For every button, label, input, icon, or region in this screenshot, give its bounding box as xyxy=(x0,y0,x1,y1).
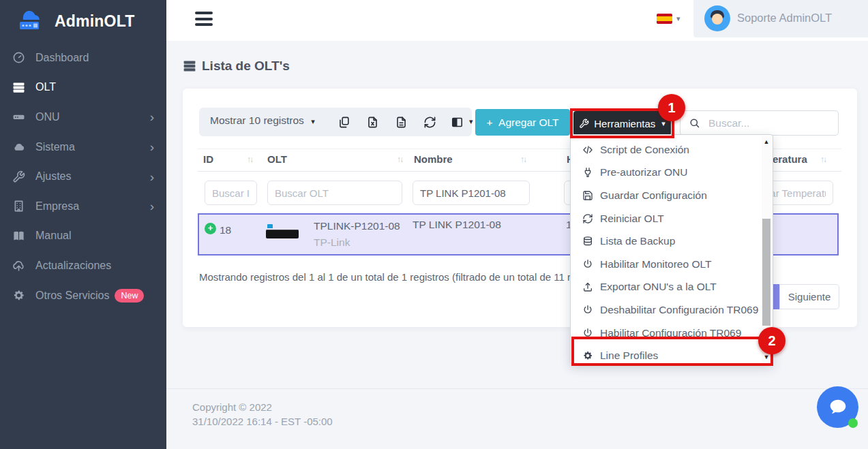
sort-icon[interactable]: ↑↓ xyxy=(247,155,252,164)
sort-icon[interactable]: ↑↓ xyxy=(520,155,526,164)
cell-olt-name: TPLINK-P1201-08 xyxy=(314,220,400,232)
menu-item-label: Script de Conexión xyxy=(600,144,689,156)
copyright-text: Copyright © 2022 xyxy=(192,401,868,413)
scroll-up-icon[interactable]: ▲ xyxy=(762,137,771,146)
main-area: ▾ Soporte AdminOLT Lista de OLT's Mostra… xyxy=(166,0,868,449)
menu-item-label: Line Profiles xyxy=(600,350,658,362)
gears-icon xyxy=(582,350,594,362)
table-info: Mostrando registros del 1 al 1 de un tot… xyxy=(199,271,610,283)
avatar xyxy=(704,5,730,31)
file-export-icon[interactable] xyxy=(393,114,409,130)
filter-nombre-input[interactable] xyxy=(413,181,530,205)
spain-flag-icon xyxy=(657,14,672,24)
sort-icon[interactable]: ↑↓ xyxy=(397,155,402,164)
column-header-nombre[interactable]: Nombre xyxy=(414,153,453,165)
menu-item-label: Pre-autorizar ONU xyxy=(600,166,687,179)
online-status-dot xyxy=(848,418,858,428)
cloud-upload-icon xyxy=(11,259,26,273)
device-icon xyxy=(11,110,26,124)
brand[interactable]: AdminOLT xyxy=(0,0,166,42)
sidebar-item-label: Empresa xyxy=(35,200,79,213)
chat-widget-button[interactable] xyxy=(817,386,858,428)
excel-export-icon[interactable] xyxy=(364,114,380,130)
menu-item-habilitar-monitoreo-olt[interactable]: Habilitar Monitoreo OLT xyxy=(571,253,773,276)
code-icon xyxy=(582,144,594,156)
sidebar-item-manual[interactable]: Manual xyxy=(0,221,166,251)
menu-item-deshabilitar-configuraci-n-tr069[interactable]: Deshabilitar Configuración TR069 xyxy=(571,298,773,322)
user-menu[interactable]: Soporte AdminOLT xyxy=(693,0,868,37)
search-input[interactable] xyxy=(708,117,824,129)
topbar: ▾ Soporte AdminOLT xyxy=(166,0,868,41)
column-header-olt[interactable]: OLT xyxy=(267,153,287,165)
menu-item-lista-de-backup[interactable]: Lista de Backup xyxy=(571,230,773,253)
menu-item-habilitar-configuraci-n-tr069[interactable]: Habilitar Configuración TR069 xyxy=(571,322,773,345)
menu-item-script-de-conexi-n[interactable]: Script de Conexión xyxy=(571,138,773,161)
refresh-icon xyxy=(582,213,594,225)
chevron-right-icon: › xyxy=(150,110,154,123)
table-toolbar: Mostrar 10 registros ▾ ▾ xyxy=(199,108,472,136)
next-page-button[interactable]: Siguiente xyxy=(779,284,839,309)
menu-item-label: Habilitar Configuración TR069 xyxy=(600,327,741,339)
power-icon xyxy=(582,258,594,270)
language-selector[interactable]: ▾ xyxy=(657,14,680,24)
power-icon xyxy=(582,327,594,339)
sidebar-item-olt[interactable]: OLT xyxy=(0,73,166,103)
menu-item-guardar-configuraci-n[interactable]: Guardar Configuración xyxy=(571,184,773,207)
page-title-text: Lista de OLT's xyxy=(202,59,290,74)
caret-down-icon[interactable]: ▾ xyxy=(469,117,473,126)
scroll-down-icon[interactable]: ▼ xyxy=(762,352,771,362)
database-icon xyxy=(582,235,594,247)
server-icon xyxy=(11,80,26,94)
hamburger-menu-icon[interactable] xyxy=(195,12,213,29)
sidebar-item-sistema[interactable]: Sistema› xyxy=(0,132,166,162)
sidebar-item-dashboard[interactable]: Dashboard xyxy=(0,43,166,73)
column-header-id[interactable]: ID xyxy=(203,153,213,165)
expand-row-icon[interactable]: + xyxy=(205,223,216,234)
menu-item-exportar-onu-s-a-la-olt[interactable]: Exportar ONU's a la OLT xyxy=(571,276,773,299)
sidebar-item-actualizaciones[interactable]: Actualizaciones xyxy=(0,251,166,281)
refresh-icon[interactable] xyxy=(421,114,438,130)
user-name: Soporte AdminOLT xyxy=(737,12,832,25)
chevron-right-icon: › xyxy=(150,200,154,213)
new-badge: New xyxy=(115,289,144,303)
sidebar-item-onu[interactable]: ONU› xyxy=(0,102,166,132)
cell-olt-brand: TP-Link xyxy=(314,236,350,249)
add-olt-button[interactable]: + Agregar OLT xyxy=(475,109,570,136)
book-icon xyxy=(11,229,26,243)
menu-item-line-profiles[interactable]: Line Profiles xyxy=(571,344,773,367)
search-icon xyxy=(689,117,700,129)
timestamp-text: 31/10/2022 16:14 - EST -05:00 xyxy=(192,416,868,427)
filter-olt-input[interactable] xyxy=(267,181,402,205)
server-icon xyxy=(183,59,196,73)
footer: Copyright © 2022 31/10/2022 16:14 - EST … xyxy=(166,388,868,449)
tools-icon xyxy=(11,170,26,183)
tools-button[interactable]: Herramientas ▾ xyxy=(573,111,671,136)
dropdown-scrollbar: ▲ ▼ xyxy=(762,136,771,362)
sidebar-item-label: Sistema xyxy=(35,141,75,153)
app-root: AdminOLT DashboardOLTONU›Sistema›Ajustes… xyxy=(0,0,868,449)
column-visibility-icon[interactable] xyxy=(449,114,465,130)
menu-item-label: Exportar ONU's a la OLT xyxy=(600,281,717,293)
wrench-icon xyxy=(579,119,589,129)
menu-item-pre-autorizar-onu[interactable]: Pre-autorizar ONU xyxy=(571,161,773,185)
cloud-icon xyxy=(11,140,26,154)
sidebar-item-label: OLT xyxy=(35,81,56,93)
sidebar-item-label: Ajustes xyxy=(35,170,71,183)
plug-icon xyxy=(582,166,594,179)
menu-item-reiniciar-olt[interactable]: Reiniciar OLT xyxy=(571,207,773,230)
sidebar-nav: DashboardOLTONU›Sistema›Ajustes›Empresa›… xyxy=(0,43,166,310)
cell-id: 18 xyxy=(220,224,231,236)
copy-icon[interactable] xyxy=(335,114,352,130)
show-entries-dropdown[interactable]: Mostrar 10 registros ▾ xyxy=(210,114,315,127)
sidebar-item-empresa[interactable]: Empresa› xyxy=(0,191,166,221)
page-title: Lista de OLT's xyxy=(183,59,290,74)
search-box xyxy=(680,110,839,136)
scrollbar-thumb[interactable] xyxy=(762,219,770,326)
sidebar-item-ajustes[interactable]: Ajustes› xyxy=(0,161,166,191)
sort-icon[interactable]: ↑↓ xyxy=(820,155,826,164)
filter-id-input[interactable] xyxy=(205,181,257,205)
olt-device-image xyxy=(266,230,299,238)
sidebar-item-otros-servicios[interactable]: Otros ServiciosNew xyxy=(0,281,166,311)
sidebar-item-label: ONU xyxy=(35,111,60,123)
chevron-right-icon: › xyxy=(150,170,154,183)
